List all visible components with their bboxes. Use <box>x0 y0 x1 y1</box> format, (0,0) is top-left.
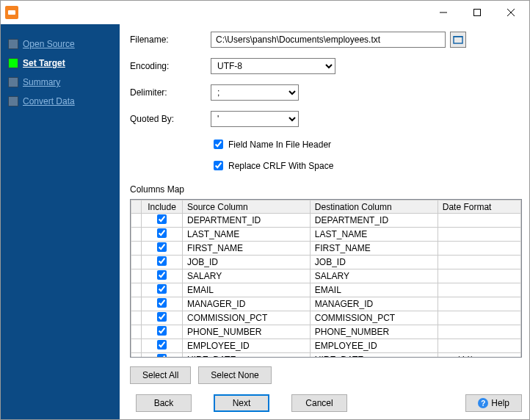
include-checkbox[interactable] <box>157 326 167 336</box>
row-handle[interactable] <box>131 214 142 228</box>
include-checkbox[interactable] <box>157 354 167 358</box>
wizard-step[interactable]: Summary <box>1 73 120 92</box>
date-format-cell[interactable] <box>438 214 520 228</box>
wizard-steps-sidebar: Open SourceSet TargetSummaryConvert Data <box>1 24 120 419</box>
date-format-cell[interactable] <box>438 325 520 339</box>
table-row[interactable]: COMMISSION_PCTCOMMISSION_PCT <box>131 311 521 325</box>
date-format-cell[interactable]: mm/dd/yyyy <box>438 353 520 358</box>
date-format-header[interactable]: Date Format <box>438 200 520 214</box>
table-row[interactable]: HIRE_DATEHIRE_DATEmm/dd/yyyy <box>131 353 521 358</box>
table-row[interactable]: JOB_IDJOB_ID <box>131 256 521 269</box>
delimiter-select[interactable]: ; <box>211 84 299 101</box>
wizard-step[interactable]: Open Source <box>1 35 120 54</box>
destination-column-cell[interactable]: LAST_NAME <box>310 228 438 242</box>
row-handle[interactable] <box>131 297 142 311</box>
folder-icon <box>453 35 463 45</box>
destination-column-header[interactable]: Destination Column <box>310 200 438 214</box>
include-checkbox[interactable] <box>157 284 167 294</box>
destination-column-cell[interactable]: MANAGER_ID <box>310 297 438 311</box>
row-handle[interactable] <box>131 242 142 256</box>
include-checkbox[interactable] <box>157 228 167 238</box>
destination-column-cell[interactable]: FIRST_NAME <box>310 242 438 256</box>
source-column-cell[interactable]: COMMISSION_PCT <box>183 311 311 325</box>
date-format-cell[interactable] <box>438 339 520 353</box>
include-checkbox[interactable] <box>157 214 167 224</box>
help-button[interactable]: ?Help <box>465 394 522 412</box>
date-format-cell[interactable] <box>438 297 520 311</box>
destination-column-cell[interactable]: DEPARTMENT_ID <box>310 214 438 228</box>
source-column-cell[interactable]: JOB_ID <box>183 256 311 269</box>
destination-column-cell[interactable]: SALARY <box>310 269 438 283</box>
replace-crlf-checkbox[interactable] <box>214 161 223 170</box>
replace-crlf-label[interactable]: Replace CRLF With Space <box>228 161 333 171</box>
date-format-cell[interactable] <box>438 256 520 269</box>
source-column-cell[interactable]: HIRE_DATE <box>183 353 311 358</box>
table-row[interactable]: SALARYSALARY <box>131 269 521 283</box>
destination-column-cell[interactable]: COMMISSION_PCT <box>310 311 438 325</box>
row-handle[interactable] <box>131 269 142 283</box>
include-checkbox[interactable] <box>157 242 167 252</box>
row-handle[interactable] <box>131 228 142 242</box>
source-column-cell[interactable]: SALARY <box>183 269 311 283</box>
quoted-by-label: Quoted By: <box>130 114 211 124</box>
source-column-cell[interactable]: PHONE_NUMBER <box>183 325 311 339</box>
include-checkbox[interactable] <box>157 270 167 280</box>
row-handle[interactable] <box>131 256 142 269</box>
row-handle[interactable] <box>131 283 142 297</box>
table-row[interactable]: EMAILEMAIL <box>131 283 521 297</box>
source-column-cell[interactable]: EMAIL <box>183 283 311 297</box>
columns-map-label: Columns Map <box>130 184 522 195</box>
source-column-cell[interactable]: EMPLOYEE_ID <box>183 339 311 353</box>
date-format-cell[interactable] <box>438 242 520 256</box>
source-column-cell[interactable]: MANAGER_ID <box>183 297 311 311</box>
source-column-cell[interactable]: FIRST_NAME <box>183 242 311 256</box>
destination-column-cell[interactable]: PHONE_NUMBER <box>310 325 438 339</box>
destination-column-cell[interactable]: JOB_ID <box>310 256 438 269</box>
date-format-cell[interactable] <box>438 283 520 297</box>
include-checkbox[interactable] <box>157 298 167 308</box>
cancel-button[interactable]: Cancel <box>291 394 347 412</box>
source-column-cell[interactable]: DEPARTMENT_ID <box>183 214 311 228</box>
row-handle[interactable] <box>131 325 142 339</box>
browse-file-button[interactable] <box>450 32 466 48</box>
help-button-label: Help <box>491 398 509 408</box>
select-none-button[interactable]: Select None <box>198 366 271 384</box>
date-format-cell[interactable] <box>438 228 520 242</box>
select-all-button[interactable]: Select All <box>130 366 191 384</box>
table-row[interactable]: PHONE_NUMBERPHONE_NUMBER <box>131 325 521 339</box>
back-button[interactable]: Back <box>136 394 192 412</box>
date-format-cell[interactable] <box>438 311 520 325</box>
wizard-step[interactable]: Convert Data <box>1 92 120 111</box>
row-handle[interactable] <box>131 339 142 353</box>
field-name-in-header-checkbox[interactable] <box>214 140 223 149</box>
filename-input[interactable] <box>211 32 446 48</box>
source-column-header[interactable]: Source Column <box>183 200 311 214</box>
destination-column-cell[interactable]: HIRE_DATE <box>310 353 438 358</box>
quoted-by-select[interactable]: ' <box>211 111 299 127</box>
window-maximize-button[interactable] <box>460 1 494 23</box>
table-row[interactable]: LAST_NAMELAST_NAME <box>131 228 521 242</box>
source-column-cell[interactable]: LAST_NAME <box>183 228 311 242</box>
include-header[interactable]: Include <box>142 200 183 214</box>
encoding-select[interactable]: UTF-8 <box>211 58 335 74</box>
wizard-step[interactable]: Set Target <box>1 54 120 73</box>
step-marker-icon <box>8 77 18 87</box>
include-checkbox[interactable] <box>157 312 167 322</box>
table-row[interactable]: FIRST_NAMEFIRST_NAME <box>131 242 521 256</box>
destination-column-cell[interactable]: EMAIL <box>310 283 438 297</box>
table-row[interactable]: EMPLOYEE_IDEMPLOYEE_ID <box>131 339 521 353</box>
row-handle[interactable] <box>131 311 142 325</box>
svg-rect-5 <box>454 37 462 43</box>
include-checkbox[interactable] <box>157 256 167 266</box>
table-row[interactable]: DEPARTMENT_IDDEPARTMENT_ID <box>131 214 521 228</box>
destination-column-cell[interactable]: EMPLOYEE_ID <box>310 339 438 353</box>
window-minimize-button[interactable] <box>426 1 460 23</box>
next-button[interactable]: Next <box>214 394 269 412</box>
include-checkbox[interactable] <box>157 340 167 350</box>
field-name-in-header-label[interactable]: Field Name In File Header <box>228 140 331 150</box>
columns-map-table[interactable]: Include Source Column Destination Column… <box>130 199 522 358</box>
date-format-cell[interactable] <box>438 269 520 283</box>
table-row[interactable]: MANAGER_IDMANAGER_ID <box>131 297 521 311</box>
row-handle[interactable] <box>131 353 142 358</box>
window-close-button[interactable] <box>494 1 528 23</box>
